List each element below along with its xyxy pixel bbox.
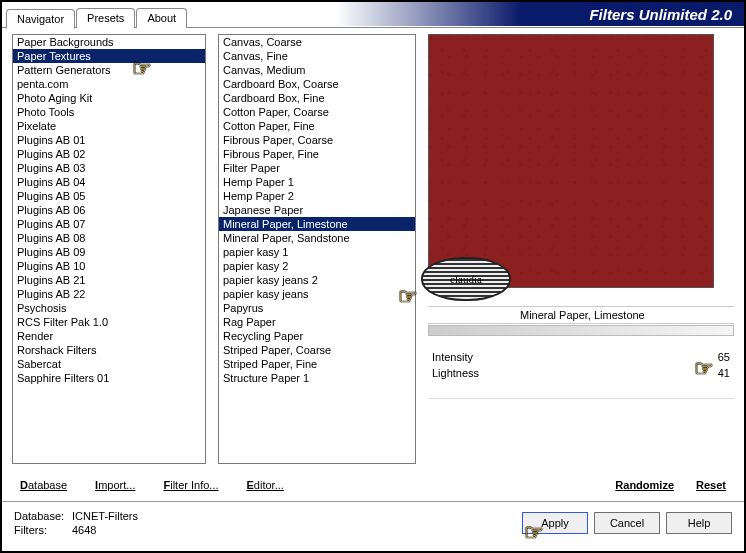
list-item[interactable]: Canvas, Medium (219, 63, 415, 77)
list-item[interactable]: Plugins AB 02 (13, 147, 205, 161)
bottom-link-bar: Database Import... Filter Info... Editor… (2, 471, 744, 495)
list-item[interactable]: Photo Aging Kit (13, 91, 205, 105)
list-item[interactable]: Recycling Paper (219, 329, 415, 343)
list-item[interactable]: Cotton Paper, Coarse (219, 105, 415, 119)
list-item[interactable]: papier kasy jeans (219, 287, 415, 301)
lightness-label: Lightness (432, 367, 479, 379)
filters-count-value: 4648 (72, 524, 96, 536)
randomize-link[interactable]: Randomize (615, 479, 674, 491)
list-item[interactable]: Sabercat (13, 357, 205, 371)
editor-link[interactable]: Editor... (247, 479, 284, 491)
list-item[interactable]: Fibrous Paper, Coarse (219, 133, 415, 147)
list-item[interactable]: Papyrus (219, 301, 415, 315)
db-value: ICNET-Filters (72, 510, 138, 522)
list-item[interactable]: Render (13, 329, 205, 343)
list-item[interactable]: Plugins AB 01 (13, 133, 205, 147)
list-item[interactable]: papier kasy jeans 2 (219, 273, 415, 287)
intensity-value: 65 (718, 351, 730, 363)
footer-buttons: Apply Cancel Help (522, 512, 732, 534)
list-item[interactable]: Mineral Paper, Sandstone (219, 231, 415, 245)
slider-intensity[interactable]: Intensity 65 (428, 350, 734, 364)
tab-presets[interactable]: Presets (76, 8, 135, 28)
list-item[interactable]: Plugins AB 09 (13, 245, 205, 259)
footer-info: Database:ICNET-Filters Filters:4648 (14, 509, 138, 537)
list-item[interactable]: Photo Tools (13, 105, 205, 119)
list-item[interactable]: Structure Paper 1 (219, 371, 415, 385)
list-item[interactable]: Rorshack Filters (13, 343, 205, 357)
list-item[interactable]: Canvas, Coarse (219, 35, 415, 49)
list-item[interactable]: Plugins AB 03 (13, 161, 205, 175)
list-item[interactable]: RCS Filter Pak 1.0 (13, 315, 205, 329)
list-item[interactable]: Psychosis (13, 301, 205, 315)
list-item[interactable]: Canvas, Fine (219, 49, 415, 63)
right-pane: claudia Mineral Paper, Limestone Intensi… (428, 34, 734, 471)
list-item[interactable]: Plugins AB 04 (13, 175, 205, 189)
tab-bar: Navigator Presets About (2, 8, 744, 28)
apply-button[interactable]: Apply (522, 512, 588, 534)
list-item[interactable]: Mineral Paper, Limestone (219, 217, 415, 231)
footer: Database:ICNET-Filters Filters:4648 Appl… (2, 501, 744, 543)
tab-about[interactable]: About (136, 8, 187, 28)
filterinfo-link[interactable]: Filter Info... (163, 479, 218, 491)
list-item[interactable]: penta.com (13, 77, 205, 91)
import-link[interactable]: Import... (95, 479, 135, 491)
list-item[interactable]: Striped Paper, Fine (219, 357, 415, 371)
list-item[interactable]: Striped Paper, Coarse (219, 343, 415, 357)
list-item[interactable]: Paper Backgrounds (13, 35, 205, 49)
list-item[interactable]: Hemp Paper 2 (219, 189, 415, 203)
preview-image: claudia (428, 34, 714, 288)
list-item[interactable]: Paper Textures (13, 49, 205, 63)
cancel-button[interactable]: Cancel (594, 512, 660, 534)
filter-list[interactable]: Canvas, CoarseCanvas, FineCanvas, Medium… (218, 34, 416, 464)
list-item[interactable]: Cardboard Box, Coarse (219, 77, 415, 91)
list-item[interactable]: Cardboard Box, Fine (219, 91, 415, 105)
watermark: claudia (421, 257, 511, 301)
list-item[interactable]: Plugins AB 21 (13, 273, 205, 287)
list-item[interactable]: Plugins AB 08 (13, 231, 205, 245)
list-item[interactable]: Plugins AB 10 (13, 259, 205, 273)
tab-navigator[interactable]: Navigator (6, 9, 75, 29)
sliders: Intensity 65 Lightness 41 (428, 350, 734, 399)
list-item[interactable]: Filter Paper (219, 161, 415, 175)
main-panel: Paper BackgroundsPaper TexturesPattern G… (2, 27, 744, 471)
slider-lightness[interactable]: Lightness 41 (428, 366, 734, 380)
list-item[interactable]: Hemp Paper 1 (219, 175, 415, 189)
list-item[interactable]: Pixelate (13, 119, 205, 133)
selected-filter-label: Mineral Paper, Limestone (428, 306, 734, 324)
category-list[interactable]: Paper BackgroundsPaper TexturesPattern G… (12, 34, 206, 464)
list-item[interactable]: Plugins AB 05 (13, 189, 205, 203)
list-item[interactable]: Rag Paper (219, 315, 415, 329)
list-item[interactable]: Japanese Paper (219, 203, 415, 217)
database-link[interactable]: Database (20, 479, 67, 491)
filters-count-label: Filters: (14, 523, 72, 537)
reset-link[interactable]: Reset (696, 479, 726, 491)
intensity-label: Intensity (432, 351, 473, 363)
list-item[interactable]: Pattern Generators (13, 63, 205, 77)
list-item[interactable]: Cotton Paper, Fine (219, 119, 415, 133)
list-item[interactable]: Fibrous Paper, Fine (219, 147, 415, 161)
progress-bar (428, 325, 734, 336)
list-item[interactable]: Sapphire Filters 01 (13, 371, 205, 385)
lightness-value: 41 (718, 367, 730, 379)
help-button[interactable]: Help (666, 512, 732, 534)
list-item[interactable]: Plugins AB 22 (13, 287, 205, 301)
list-item[interactable]: Plugins AB 07 (13, 217, 205, 231)
divider (428, 398, 734, 399)
list-item[interactable]: Plugins AB 06 (13, 203, 205, 217)
list-item[interactable]: papier kasy 2 (219, 259, 415, 273)
db-label: Database: (14, 509, 72, 523)
list-item[interactable]: papier kasy 1 (219, 245, 415, 259)
